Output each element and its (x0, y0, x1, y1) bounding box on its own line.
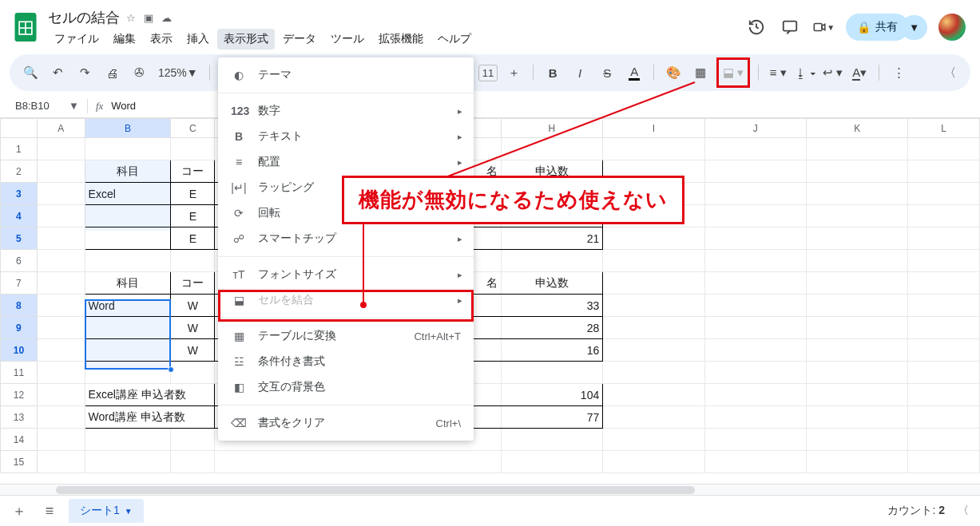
merge-cells-button[interactable]: ⬓ ▾ (722, 61, 744, 84)
collapse-toolbar-button[interactable]: 〈 (938, 61, 961, 84)
row-13[interactable]: 13 (1, 406, 38, 429)
formula-bar[interactable]: Word (111, 100, 136, 112)
wrap-button[interactable]: ↩ ▾ (821, 61, 843, 84)
dd-theme[interactable]: ◐テーマ (218, 62, 474, 88)
cell-H10[interactable]: 16 (501, 339, 603, 362)
doc-title[interactable]: セルの結合 (48, 8, 120, 27)
row-3[interactable]: 3 (1, 183, 38, 205)
menu-file[interactable]: ファイル (48, 29, 105, 49)
valign-button[interactable]: ⭳ ▾ (794, 61, 816, 84)
move-icon[interactable]: ▣ (144, 12, 153, 24)
cell-B12[interactable]: Excel講座 申込者数 (85, 384, 215, 406)
text-color-button[interactable]: A (623, 61, 645, 84)
cell-C5[interactable]: E (171, 227, 215, 250)
dd-table[interactable]: ▦テーブルに変換Ctrl+Alt+T (218, 323, 474, 349)
cell-B8[interactable]: Word (85, 295, 171, 317)
all-sheets-button[interactable]: ≡ (38, 500, 61, 522)
print-button[interactable]: 🖨 (101, 61, 123, 84)
more-button[interactable]: ⋮ (887, 61, 910, 84)
status-count[interactable]: カウント: 2 (887, 504, 945, 518)
row-7[interactable]: 7 (1, 272, 38, 295)
strike-button[interactable]: S (596, 61, 618, 84)
cell-H12[interactable]: 104 (501, 384, 603, 406)
star-icon[interactable]: ☆ (126, 12, 136, 24)
share-dropdown[interactable]: ▼ (901, 15, 927, 40)
cell-C3[interactable]: E (171, 183, 215, 205)
bold-button[interactable]: B (542, 61, 564, 84)
row-10[interactable]: 10 (1, 339, 38, 362)
menu-format[interactable]: 表示形式 (217, 29, 275, 49)
cloud-icon[interactable]: ☁ (161, 12, 172, 24)
cell-C8[interactable]: W (171, 295, 215, 317)
fill-color-button[interactable]: 🎨 (662, 61, 684, 84)
col-B[interactable]: B (85, 119, 171, 138)
search-icon[interactable]: 🔍 (19, 61, 42, 84)
undo-button[interactable]: ↶ (46, 61, 69, 84)
col-C[interactable]: C (171, 119, 215, 138)
menu-view[interactable]: 表示 (144, 29, 179, 49)
cell-C4[interactable]: E (171, 205, 215, 227)
cell-H9[interactable]: 28 (501, 317, 603, 339)
cell-B3[interactable]: Excel (85, 183, 171, 205)
row-2[interactable]: 2 (1, 160, 38, 183)
row-15[interactable]: 15 (1, 451, 38, 473)
sheets-logo[interactable] (10, 11, 42, 43)
add-sheet-button[interactable]: ＋ (8, 500, 30, 522)
font-size-inc[interactable]: ＋ (502, 61, 525, 84)
redo-button[interactable]: ↷ (73, 61, 96, 84)
explore-chevron-icon[interactable]: 〈 (954, 500, 972, 521)
col-A[interactable]: A (37, 119, 85, 138)
share-button[interactable]: 🔒 共有 (846, 14, 909, 41)
row-9[interactable]: 9 (1, 317, 38, 339)
cell-C7[interactable]: コー (171, 272, 215, 295)
row-4[interactable]: 4 (1, 205, 38, 227)
dd-align[interactable]: ≡配置 (218, 149, 474, 175)
menu-help[interactable]: ヘルプ (431, 29, 478, 49)
cell-B2[interactable]: 科目 (85, 160, 171, 183)
cell-H5[interactable]: 21 (501, 227, 603, 250)
cell-B9[interactable] (85, 317, 171, 339)
borders-button[interactable]: ▦ (689, 61, 712, 84)
comment-icon[interactable] (779, 16, 801, 38)
sheet-tab-1[interactable]: シート1 ▼ (69, 499, 144, 523)
dd-text[interactable]: Bテキスト (218, 124, 474, 149)
cell-H7[interactable]: 申込数 (501, 272, 603, 295)
row-14[interactable]: 14 (1, 429, 38, 451)
rotate-button[interactable]: A ▾ (848, 61, 871, 84)
history-icon[interactable] (745, 16, 768, 38)
cell-C10[interactable]: W (171, 339, 215, 362)
row-1[interactable]: 1 (1, 138, 38, 160)
cell-B4[interactable] (85, 205, 171, 227)
menu-insert[interactable]: 挿入 (181, 29, 216, 49)
select-all-cell[interactable] (1, 119, 38, 138)
italic-button[interactable]: I (569, 61, 591, 84)
menu-data[interactable]: データ (276, 29, 323, 49)
row-8[interactable]: 8 (1, 295, 38, 317)
row-12[interactable]: 12 (1, 384, 38, 406)
dd-fontsize[interactable]: тTフォントサイズ (218, 262, 474, 287)
halign-button[interactable]: ≡ ▾ (767, 61, 789, 84)
col-J[interactable]: J (704, 119, 806, 138)
col-K[interactable]: K (806, 119, 907, 138)
paint-format-button[interactable]: ✇ (128, 61, 150, 84)
dd-number[interactable]: 123数字 (218, 98, 474, 124)
dd-smartchip[interactable]: ☍スマートチップ (218, 226, 474, 251)
col-L[interactable]: L (908, 119, 980, 138)
dd-condfmt[interactable]: ☳条件付き書式 (218, 349, 474, 374)
row-6[interactable]: 6 (1, 250, 38, 272)
meet-icon[interactable]: ▼ (812, 16, 835, 38)
avatar[interactable] (938, 14, 966, 41)
name-box-dropdown-icon[interactable]: ▼ (69, 100, 79, 112)
horizontal-scrollbar[interactable] (0, 484, 980, 495)
cell-B13[interactable]: Word講座 申込者数 (85, 406, 215, 429)
zoom-select[interactable]: 125% ▼ (155, 61, 201, 84)
cell-B5[interactable] (85, 227, 171, 250)
dd-altcolor[interactable]: ◧交互の背景色 (218, 374, 474, 400)
cell-H13[interactable]: 77 (501, 406, 603, 429)
row-5[interactable]: 5 (1, 227, 38, 250)
menu-extensions[interactable]: 拡張機能 (372, 29, 430, 49)
col-I[interactable]: I (603, 119, 704, 138)
cell-C9[interactable]: W (171, 317, 215, 339)
cell-C2[interactable]: コー (171, 160, 215, 183)
cell-B7[interactable]: 科目 (85, 272, 171, 295)
